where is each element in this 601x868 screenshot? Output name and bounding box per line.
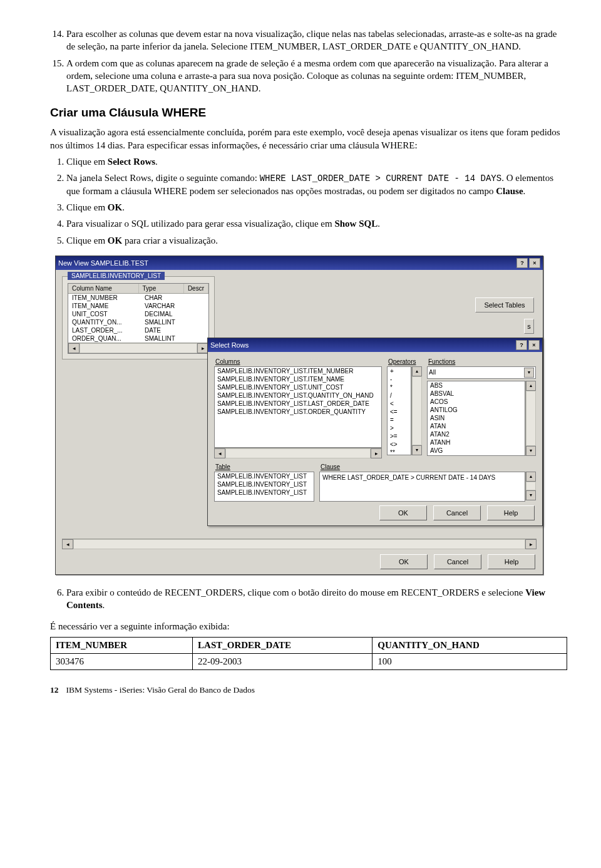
outer-title: New View SAMPLELIB.TEST: [58, 259, 148, 267]
close-icon[interactable]: ×: [528, 340, 540, 350]
ordered-list-14: Para escolher as colunas que devem estar…: [50, 28, 567, 95]
grid-body: ITEM_NUMBERCHARITEM_NAMEVARCHARUNIT_COST…: [68, 294, 208, 343]
fn-vscroll[interactable]: ▴ ▾: [525, 381, 536, 456]
side-button-2[interactable]: s: [524, 319, 534, 334]
scroll-left-icon[interactable]: ◂: [214, 448, 225, 458]
step-5: Clique em OK para criar a visualização.: [66, 234, 567, 247]
section-heading: Criar uma Cláusula WHERE: [50, 106, 567, 120]
step-4: Para visualizar o SQL utilizado para ger…: [66, 217, 567, 230]
clause-label: Clause: [321, 463, 536, 470]
columns-listbox[interactable]: SAMPLELIB.INVENTORY_LIST.ITEM_NUMBERSAMP…: [214, 366, 382, 448]
scroll-right-icon[interactable]: ▸: [525, 539, 537, 549]
columns-panel: SAMPLELIB.INVENTORY_LIST Column Name Typ…: [62, 276, 215, 359]
inner-titlebar: Select Rows ? ×: [208, 338, 542, 352]
table-label: Table: [215, 463, 314, 470]
outer-help-button[interactable]: Help: [488, 554, 535, 569]
functions-listbox[interactable]: ABSABSVALACOSANTILOGASINATANATAN2ATANHAV…: [427, 381, 525, 456]
scroll-down-icon[interactable]: ▾: [526, 446, 536, 456]
operators-listbox[interactable]: +-*/<<==>>=<>**||: [387, 366, 411, 455]
functions-combo[interactable]: All ▾: [427, 366, 536, 379]
outer-ok-button[interactable]: OK: [380, 554, 428, 569]
scroll-left-icon[interactable]: ◂: [68, 343, 80, 353]
table-listbox[interactable]: SAMPLELIB.INVENTORY_LISTSAMPLELIB.INVENT…: [214, 472, 314, 502]
close-icon[interactable]: ×: [529, 258, 540, 268]
outer-cancel-button[interactable]: Cancel: [434, 554, 481, 569]
list-item-14: Para escolher as colunas que devem estar…: [66, 28, 567, 53]
inner-cancel-button[interactable]: Cancel: [433, 505, 481, 520]
outer-titlebar: New View SAMPLELIB.TEST ? ×: [56, 256, 543, 270]
columns-label: Columns: [215, 358, 382, 365]
step-1: Clique em Select Rows.: [66, 155, 567, 168]
outer-window: New View SAMPLELIB.TEST ? × SAMPLELIB.IN…: [55, 256, 543, 575]
step-3: Clique em OK.: [66, 201, 567, 214]
clause-textarea[interactable]: WHERE LAST_ORDER_DATE > CURRENT DATE - 1…: [319, 472, 525, 502]
ordered-list-6: Para exibir o conteúdo de RECENT_ORDERS,…: [50, 586, 567, 612]
table-row: 303476 22-09-2003 100: [51, 653, 567, 669]
screenshot-new-view: New View SAMPLELIB.TEST ? × SAMPLELIB.IN…: [55, 256, 543, 575]
scroll-right-icon[interactable]: ▸: [371, 448, 382, 458]
list-item-15: A ordem com que as colunas aparecem na g…: [66, 57, 567, 95]
functions-label: Functions: [428, 358, 536, 365]
footer-text: IBM Systems - iSeries: Visão Geral do Ba…: [66, 685, 255, 695]
inner-help-button[interactable]: Help: [487, 505, 535, 520]
scroll-left-icon[interactable]: ◂: [62, 539, 73, 549]
scroll-down-icon[interactable]: ▾: [526, 490, 536, 500]
operators-label: Operators: [388, 358, 422, 365]
ordered-list-where: Clique em Select Rows. Na janela Select …: [50, 155, 567, 247]
table-intro: É necessário ver a seguinte informação e…: [50, 620, 567, 633]
scroll-up-icon[interactable]: ▴: [526, 472, 536, 482]
outer-hscroll[interactable]: ◂ ▸: [62, 539, 537, 549]
step-2: Na janela Select Rows, digite o seguinte…: [66, 172, 567, 197]
table-header-row: ITEM_NUMBER LAST_ORDER_DATE QUANTITY_ON_…: [51, 637, 567, 653]
scroll-down-icon[interactable]: ▾: [412, 445, 422, 455]
columns-grid[interactable]: Column Name Type Descr ITEM_NUMBERCHARIT…: [68, 283, 209, 354]
step-6: Para exibir o conteúdo de RECENT_ORDERS,…: [66, 586, 567, 612]
inner-ok-button[interactable]: OK: [379, 505, 427, 520]
panel-legend: SAMPLELIB.INVENTORY_LIST: [68, 272, 165, 280]
select-rows-dialog: Select Rows ? × Columns SAMPLE: [207, 338, 543, 526]
scroll-up-icon[interactable]: ▴: [412, 366, 422, 376]
grid-hscroll[interactable]: ◂ ▸: [68, 343, 208, 353]
grid-header: Column Name Type Descr: [68, 284, 208, 294]
inner-title: Select Rows: [210, 341, 249, 349]
ops-vscroll[interactable]: ▴ ▾: [411, 366, 422, 455]
scroll-up-icon[interactable]: ▴: [526, 381, 536, 391]
result-table: ITEM_NUMBER LAST_ORDER_DATE QUANTITY_ON_…: [50, 637, 567, 670]
cols-hscroll[interactable]: ◂ ▸: [214, 448, 382, 458]
intro-paragraph: A visualização agora está essencialmente…: [50, 126, 567, 152]
page-footer: 12IBM Systems - iSeries: Visão Geral do …: [50, 685, 567, 695]
clause-vscroll[interactable]: ▴ ▾: [525, 472, 536, 500]
help-icon[interactable]: ?: [516, 340, 527, 350]
chevron-down-icon[interactable]: ▾: [524, 368, 534, 378]
help-icon[interactable]: ?: [516, 258, 528, 268]
select-tables-button[interactable]: Select Tables: [475, 297, 534, 313]
page-number: 12: [50, 685, 59, 695]
